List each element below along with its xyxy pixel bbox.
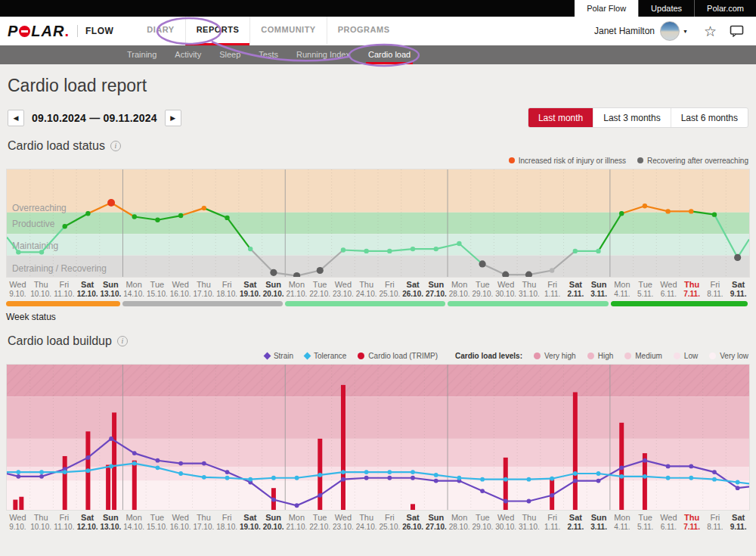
day-name: Fri [215, 513, 239, 523]
info-icon[interactable]: i [110, 141, 121, 151]
info-icon[interactable]: i [117, 336, 128, 346]
status-section-title: Cardio load status [8, 139, 105, 153]
day-name: Tue [634, 513, 657, 523]
x-axis-day-label: Tue15.10. [146, 513, 169, 531]
nav-item-diary[interactable]: DIARY [136, 17, 184, 45]
status-chart-x-axis: Wed9.10.Thu10.10.Fri11.10.Sat12.10.Sun13… [6, 280, 750, 298]
legend-level-dot-icon [534, 353, 541, 359]
topbar-tab-updates[interactable]: Updates [638, 0, 694, 17]
day-name: Sun [262, 513, 285, 523]
chevron-down-icon[interactable]: ▼ [683, 29, 688, 34]
x-axis-day-label: Sun20.10. [262, 513, 285, 531]
legend-item-increased-risk-of-injury-or-illness: Increased risk of injury or illness [509, 157, 626, 165]
week-status-segment [6, 301, 120, 306]
x-axis-day-label: Mon4.11. [611, 513, 634, 531]
day-date: 4.11. [611, 523, 634, 532]
subnav-item-sleep[interactable]: Sleep [210, 45, 249, 64]
polar-logo[interactable]: PLAR. [8, 17, 70, 45]
day-date: 30.10. [494, 290, 518, 299]
day-name: Tue [471, 280, 494, 290]
day-date: 15.10. [146, 523, 169, 532]
day-date: 12.10. [76, 523, 99, 532]
day-date: 26.10. [401, 523, 425, 532]
x-axis-day-label: Thu24.10. [355, 513, 378, 531]
range-button-last-6-months[interactable]: Last 6 months [671, 108, 748, 127]
legend-label: Very high [544, 352, 576, 360]
subnav-item-activity[interactable]: Activity [166, 45, 210, 64]
legend-level-medium: Medium [624, 352, 662, 360]
avatar[interactable] [660, 21, 680, 41]
nav-item-reports[interactable]: REPORTS [185, 17, 250, 45]
x-axis-day-label: Tue5.11. [634, 280, 657, 298]
day-date: 3.11. [587, 290, 611, 299]
logo-dot: . [64, 23, 70, 40]
subnav: TrainingActivitySleepTestsRunning IndexC… [0, 45, 756, 64]
day-name: Tue [471, 513, 494, 523]
cardio-load-buildup-chart-frame [6, 364, 750, 511]
date-range: 09.10.2024 — 09.11.2024 [32, 112, 157, 124]
day-name: Wed [332, 280, 355, 290]
topbar-tab-polar-flow[interactable]: Polar Flow [575, 0, 638, 17]
subnav-item-running-index[interactable]: Running Index [287, 45, 359, 64]
day-name: Thu [518, 513, 541, 523]
subnav-item-tests[interactable]: Tests [249, 45, 287, 64]
x-axis-day-label: Sat9.11. [727, 280, 750, 298]
legend-level-dot-icon [624, 353, 631, 359]
range-button-last-3-months[interactable]: Last 3 months [593, 108, 670, 127]
day-date: 9.10. [6, 290, 29, 299]
topbar-tabs: Polar FlowUpdatesPolar.com [575, 0, 756, 17]
cardio-load-status-chart[interactable]: OverreachingProductiveMaintainingDetrain… [7, 169, 749, 277]
x-axis-day-label: Fri18.10. [215, 280, 239, 298]
legend-level-dot-icon [587, 353, 594, 359]
next-period-button[interactable]: ▶ [165, 110, 181, 126]
day-date: 11.10. [53, 290, 76, 299]
x-axis-day-label: Tue22.10. [308, 280, 332, 298]
day-date: 9.11. [727, 290, 750, 299]
cardio-load-buildup-chart[interactable] [7, 365, 749, 510]
day-name: Wed [6, 280, 29, 290]
day-date: 19.10. [239, 290, 262, 299]
x-axis-day-label: Fri25.10. [378, 513, 401, 531]
legend-label: Medium [635, 352, 662, 360]
day-name: Wed [494, 513, 518, 523]
prev-period-button[interactable]: ◀ [8, 110, 24, 126]
legend-label: High [598, 352, 614, 360]
day-name: Mon [611, 513, 634, 523]
topbar-tab-polar-com[interactable]: Polar.com [694, 0, 756, 17]
day-date: 1.11. [541, 523, 564, 532]
feedback-bubble-icon[interactable] [730, 25, 744, 37]
day-date: 10.10. [29, 523, 53, 532]
day-name: Sat [564, 513, 587, 523]
nav-item-community[interactable]: COMMUNITY [249, 17, 326, 45]
legend-label: Strain [274, 352, 293, 360]
day-date: 9.10. [6, 523, 29, 532]
range-button-last-month[interactable]: Last month [528, 108, 593, 127]
day-date: 20.10. [262, 290, 285, 299]
day-date: 2.11. [564, 523, 587, 532]
day-date: 11.10. [53, 523, 76, 532]
legend-item-recovering-after-overreaching: Recovering after overreaching [637, 157, 748, 165]
week-status-label: Week status [6, 312, 750, 322]
subnav-item-training[interactable]: Training [118, 45, 166, 64]
day-name: Thu [29, 513, 53, 523]
day-name: Wed [494, 280, 518, 290]
day-date: 22.10. [308, 290, 332, 299]
week-status-segment [122, 301, 283, 306]
nav-item-programs[interactable]: PROGRAMS [327, 17, 401, 45]
svg-text:Overreaching: Overreaching [12, 203, 67, 213]
logo-text-lar: LAR [31, 23, 64, 40]
svg-text:Productive: Productive [12, 219, 55, 229]
day-name: Sun [425, 280, 448, 290]
x-axis-day-label: Sun27.10. [425, 513, 448, 531]
favorites-star-icon[interactable]: ☆ [704, 24, 717, 39]
divider [77, 25, 78, 37]
week-status-segment [448, 301, 608, 306]
day-date: 1.11. [541, 290, 564, 299]
day-date: 6.11. [657, 523, 680, 532]
x-axis-day-label: Wed9.10. [6, 280, 29, 298]
day-name: Mon [285, 280, 308, 290]
day-name: Thu [192, 513, 215, 523]
range-button-group: Last monthLast 3 monthsLast 6 months [528, 107, 748, 128]
x-axis-day-label: Wed16.10. [169, 513, 192, 531]
subnav-item-cardio-load[interactable]: Cardio load [359, 45, 420, 64]
